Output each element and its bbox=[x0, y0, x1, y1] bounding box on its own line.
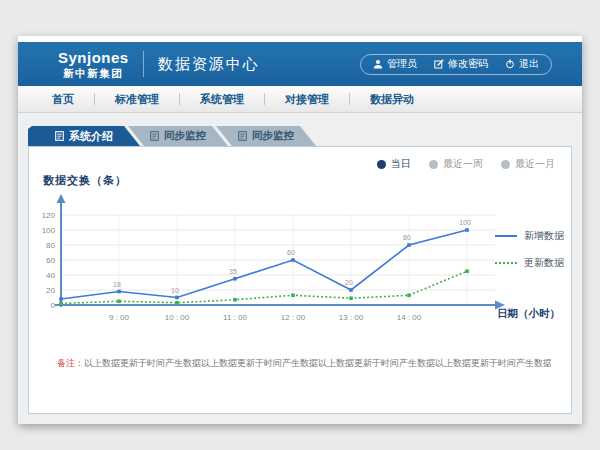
svg-text:10: 10 bbox=[171, 287, 179, 294]
tab-label: 同步监控 bbox=[252, 129, 294, 143]
radio-dot-icon bbox=[429, 160, 438, 169]
legend-item-1: 更新数据 bbox=[495, 256, 564, 270]
svg-text:9 : 00: 9 : 00 bbox=[109, 313, 130, 322]
tab-label: 系统介绍 bbox=[69, 129, 113, 144]
svg-text:40: 40 bbox=[46, 271, 55, 280]
logo-text: Synjones bbox=[58, 50, 129, 65]
form-icon bbox=[55, 131, 64, 141]
svg-text:18: 18 bbox=[113, 281, 121, 288]
svg-text:80: 80 bbox=[403, 234, 411, 241]
tab-同步监控-1[interactable]: 同步监控 bbox=[128, 126, 228, 146]
footnote-label: 备注： bbox=[57, 358, 84, 368]
content-area: 系统介绍同步监控同步监控 当日最近一周最近一月 数据交换（条） 02040608… bbox=[18, 113, 582, 424]
chart-legend: 新增数据更新数据 bbox=[495, 229, 564, 270]
svg-text:60: 60 bbox=[46, 256, 55, 265]
radio-dot-icon bbox=[501, 160, 510, 169]
time-filter-2[interactable]: 最近一月 bbox=[501, 157, 555, 171]
svg-text:13 : 00: 13 : 00 bbox=[339, 313, 364, 322]
logo-subtext: 新中新集团 bbox=[58, 68, 129, 79]
svg-text:80: 80 bbox=[46, 241, 55, 250]
current-user-button[interactable]: 管理员 bbox=[373, 57, 417, 71]
change-password-label: 修改密码 bbox=[448, 57, 488, 71]
tab-同步监控-2[interactable]: 同步监控 bbox=[216, 126, 316, 146]
power-icon bbox=[505, 59, 515, 69]
system-intro-panel: 当日最近一周最近一月 数据交换（条） 0204060801001209 : 00… bbox=[28, 146, 572, 414]
app-title: 数据资源中心 bbox=[158, 55, 260, 74]
y-axis-title: 数据交换（条） bbox=[43, 173, 127, 188]
brand-logo: Synjones 新中新集团 bbox=[58, 50, 129, 79]
svg-text:20: 20 bbox=[46, 286, 55, 295]
radio-label: 当日 bbox=[391, 157, 411, 171]
tab-系统介绍-0[interactable]: 系统介绍 bbox=[28, 126, 140, 146]
svg-text:100: 100 bbox=[459, 219, 471, 226]
radio-label: 最近一月 bbox=[515, 157, 555, 171]
time-filter-1[interactable]: 最近一周 bbox=[429, 157, 483, 171]
desktop-background: Synjones 新中新集团 数据资源中心 管理员 bbox=[0, 0, 600, 450]
svg-text:14 : 00: 14 : 00 bbox=[397, 313, 422, 322]
app-window: Synjones 新中新集团 数据资源中心 管理员 bbox=[18, 36, 582, 424]
logout-button[interactable]: 退出 bbox=[505, 57, 539, 71]
svg-text:20: 20 bbox=[345, 279, 353, 286]
time-filter-0[interactable]: 当日 bbox=[377, 157, 411, 171]
main-nav: 首页标准管理系统管理对接管理数据异动 bbox=[18, 86, 582, 113]
svg-text:12 : 00: 12 : 00 bbox=[281, 313, 306, 322]
x-axis-title: 日期（小时） bbox=[497, 307, 560, 321]
svg-text:60: 60 bbox=[287, 249, 295, 256]
line-chart: 0204060801001209 : 0010 : 0011 : 0012 : … bbox=[35, 189, 515, 339]
nav-item-1[interactable]: 标准管理 bbox=[95, 92, 179, 107]
legend-line-sample bbox=[495, 235, 517, 237]
nav-item-0[interactable]: 首页 bbox=[32, 92, 94, 107]
footnote: 备注：以上数据更新于时间产生数据以上数据更新于时间产生数据以上数据更新于时间产生… bbox=[57, 357, 551, 370]
form-icon bbox=[150, 131, 159, 141]
svg-text:100: 100 bbox=[42, 226, 56, 235]
time-filter-group: 当日最近一周最近一月 bbox=[377, 157, 555, 171]
legend-label: 新增数据 bbox=[524, 229, 564, 243]
radio-label: 最近一周 bbox=[443, 157, 483, 171]
logout-label: 退出 bbox=[519, 57, 539, 71]
svg-text:0: 0 bbox=[51, 301, 56, 310]
svg-text:10 : 00: 10 : 00 bbox=[165, 313, 190, 322]
header-divider bbox=[143, 51, 144, 77]
legend-item-0: 新增数据 bbox=[495, 229, 564, 243]
tab-bar: 系统介绍同步监控同步监控 bbox=[28, 126, 316, 146]
nav-item-2[interactable]: 系统管理 bbox=[180, 92, 264, 107]
tab-label: 同步监控 bbox=[164, 129, 206, 143]
edit-icon bbox=[434, 59, 444, 69]
form-icon bbox=[238, 131, 247, 141]
legend-line-sample bbox=[495, 262, 517, 264]
change-password-button[interactable]: 修改密码 bbox=[434, 57, 488, 71]
svg-text:35: 35 bbox=[229, 268, 237, 275]
user-icon bbox=[373, 59, 383, 69]
user-name: 管理员 bbox=[387, 57, 417, 71]
radio-dot-icon bbox=[377, 160, 386, 169]
nav-item-3[interactable]: 对接管理 bbox=[265, 92, 349, 107]
nav-item-4[interactable]: 数据异动 bbox=[350, 92, 434, 107]
legend-label: 更新数据 bbox=[524, 256, 564, 270]
svg-text:120: 120 bbox=[42, 211, 56, 220]
footnote-text: 以上数据更新于时间产生数据以上数据更新于时间产生数据以上数据更新于时间产生数据以… bbox=[84, 358, 551, 368]
user-toolbar: 管理员 修改密码 退出 bbox=[360, 54, 552, 75]
app-header: Synjones 新中新集团 数据资源中心 管理员 bbox=[18, 42, 582, 86]
svg-text:11 : 00: 11 : 00 bbox=[223, 313, 247, 322]
